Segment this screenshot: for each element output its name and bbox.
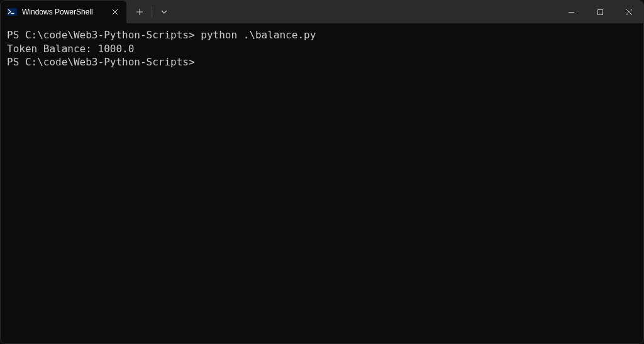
window-controls: [557, 1, 643, 23]
terminal-line: PS C:\code\Web3-Python-Scripts> python .…: [7, 28, 637, 42]
close-button[interactable]: [614, 1, 643, 23]
svg-rect-7: [597, 9, 602, 14]
tab-actions: [126, 1, 174, 23]
tab-action-divider: [152, 6, 152, 18]
tab-title: Windows PowerShell: [22, 8, 105, 16]
powershell-icon: [7, 7, 17, 17]
prompt-text: PS C:\code\Web3-Python-Scripts>: [7, 56, 201, 68]
minimize-button[interactable]: [557, 1, 586, 23]
svg-rect-0: [7, 8, 17, 16]
tab-dropdown-button[interactable]: [155, 3, 174, 21]
command-text: python .\balance.py: [201, 29, 316, 41]
tab-close-button[interactable]: [110, 7, 120, 17]
new-tab-button[interactable]: [130, 3, 149, 21]
prompt-text: PS C:\code\Web3-Python-Scripts>: [7, 29, 201, 41]
terminal-line: Token Balance: 1000.0: [7, 42, 637, 56]
maximize-button[interactable]: [586, 1, 614, 23]
terminal-tab[interactable]: Windows PowerShell: [1, 1, 126, 23]
output-text: Token Balance: 1000.0: [7, 43, 134, 55]
terminal-body[interactable]: PS C:\code\Web3-Python-Scripts> python .…: [1, 23, 643, 74]
titlebar: Windows PowerShell: [1, 1, 643, 23]
terminal-line: PS C:\code\Web3-Python-Scripts>: [7, 55, 637, 69]
titlebar-drag-area[interactable]: [174, 1, 557, 23]
